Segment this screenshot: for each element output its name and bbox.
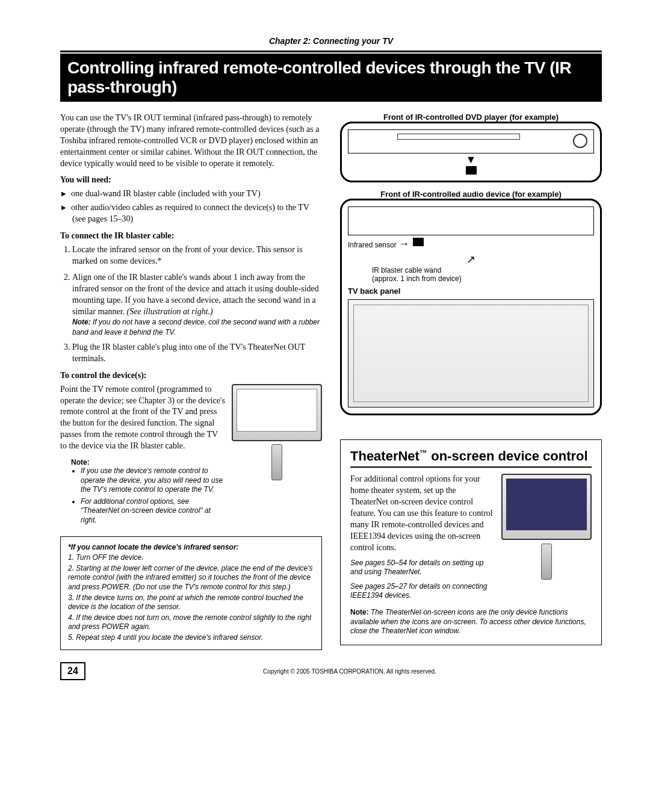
theaternet-note-text: The TheaterNet on-screen icons are the o… xyxy=(350,608,586,635)
arrow-right-icon: → xyxy=(398,238,409,250)
locate-sensor-box: *If you cannot locate the device's infra… xyxy=(60,536,322,651)
dvd-diagram: ▼ xyxy=(340,122,602,182)
locate-step: 2. Starting at the lower left corner of … xyxy=(68,564,314,592)
sensor-icon xyxy=(466,166,477,175)
audio-diagram-label: Front of IR-controlled audio device (for… xyxy=(340,190,602,199)
theaternet-title-suffix: on-screen device control xyxy=(427,448,588,463)
dvd-diagram-label: Front of IR-controlled DVD player (for e… xyxy=(340,113,602,122)
arrow-down-icon: ▼ xyxy=(466,153,477,166)
locate-step: 5. Repeat step 4 until you locate the de… xyxy=(68,633,314,643)
theaternet-see1: See pages 50–54 for details on setting u… xyxy=(350,559,494,577)
back-panel-label: TV back panel xyxy=(348,287,594,296)
arrow-up-icon: ↗ xyxy=(466,253,475,265)
need-item: one dual-wand IR blaster cable (included… xyxy=(72,188,322,200)
ir-wand-sublabel: (approx. 1 inch from device) xyxy=(372,274,462,283)
page-title: Controlling infrared remote-controlled d… xyxy=(60,54,602,102)
need-heading: You will need: xyxy=(60,175,322,185)
theaternet-title-main: TheaterNet xyxy=(350,448,419,463)
remote-illustration xyxy=(271,444,282,480)
step-illustration-ref: (See illustration at right.) xyxy=(127,307,213,316)
control-note-item: If you use the device's remote control t… xyxy=(81,466,226,495)
connect-step-3: Plug the IR blaster cable's plug into on… xyxy=(72,342,322,365)
intro-text: You can use the TV's IR OUT terminal (in… xyxy=(60,113,322,169)
control-text: Point the TV remote control (programmed … xyxy=(60,384,226,452)
note-text: If you do not have a second device, coil… xyxy=(72,318,320,336)
remote-illustration xyxy=(541,544,552,580)
theaternet-see2: See pages 25–27 for details on connectin… xyxy=(350,582,494,601)
back-panel-illustration xyxy=(348,299,594,408)
infrared-sensor-label: Infrared sensor xyxy=(348,241,397,249)
connect-heading: To connect the IR blaster cable: xyxy=(60,231,322,241)
sensor-icon xyxy=(413,238,424,246)
control-note-item: For additional control options, see "The… xyxy=(81,497,226,525)
note-label: Note: xyxy=(72,318,91,326)
locate-step: 3. If the device turns on, the point at … xyxy=(68,594,314,612)
theaternet-body: For additional control options for your … xyxy=(350,474,493,551)
theaternet-tv-illustration xyxy=(501,474,592,540)
note-label: Note: xyxy=(350,608,369,616)
tv-illustration xyxy=(232,384,322,441)
locate-step: 4. If the device does not turn on, move … xyxy=(68,613,314,632)
connect-step-1: Locate the infrared sensor on the front … xyxy=(72,244,322,267)
control-heading: To control the device(s): xyxy=(60,371,322,380)
chapter-header: Chapter 2: Connecting your TV xyxy=(60,36,602,46)
locate-step: 1. Turn OFF the device. xyxy=(68,553,314,563)
locate-title: *If you cannot locate the device's infra… xyxy=(68,543,239,551)
connect-step-2: Align one of the IR blaster cable's wand… xyxy=(72,272,322,337)
audio-diagram: Infrared sensor → ↗ IR blaster cable wan… xyxy=(340,199,602,415)
copyright: Copyright © 2005 TOSHIBA CORPORATION. Al… xyxy=(98,668,602,675)
rule-top xyxy=(60,51,602,52)
ir-wand-label: IR blaster cable wand xyxy=(372,266,441,274)
need-item: other audio/video cables as required to … xyxy=(72,202,322,225)
note-label: Note: xyxy=(71,458,90,466)
theaternet-title: TheaterNet™ on-screen device control xyxy=(350,448,592,468)
page-number: 24 xyxy=(60,662,85,680)
trademark-icon: ™ xyxy=(419,448,427,457)
theaternet-box: TheaterNet™ on-screen device control For… xyxy=(340,439,602,645)
